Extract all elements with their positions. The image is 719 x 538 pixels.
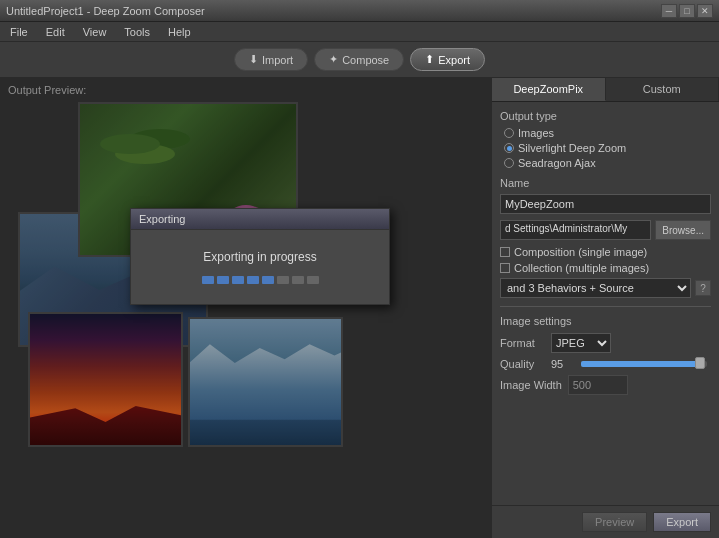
radio-circle-seadragon [504,158,514,168]
output-type-group: Images Silverlight Deep Zoom Seadragon A… [500,127,711,169]
behavior-dropdown-row: and 3 Behaviors + Source ? [500,278,711,298]
format-select[interactable]: JPEG [551,333,611,353]
export-dialog: Exporting Exporting in progress [130,208,390,305]
main-content: Output Preview: Exporting Exporting in p… [0,78,719,538]
collection-checkbox-row: Collection (multiple images) [500,262,711,274]
radio-seadragon[interactable]: Seadragon Ajax [504,157,711,169]
progress-dot-1 [202,276,214,284]
menu-file[interactable]: File [4,24,34,40]
format-label: Format [500,337,545,349]
radio-seadragon-label: Seadragon Ajax [518,157,596,169]
width-input[interactable] [568,375,628,395]
radio-silverlight-label: Silverlight Deep Zoom [518,142,626,154]
import-label: Import [262,54,293,66]
name-field-row [500,194,711,214]
import-button[interactable]: ⬇ Import [234,48,308,71]
progress-dot-7 [292,276,304,284]
path-input[interactable]: d Settings\Administrator\My [500,220,651,240]
close-button[interactable]: ✕ [697,4,713,18]
behavior-dropdown[interactable]: and 3 Behaviors + Source [500,278,691,298]
progress-bar-container [202,276,319,284]
right-panel: DeepZoomPix Custom Output type Images Si… [491,78,719,538]
menu-tools[interactable]: Tools [118,24,156,40]
quality-slider[interactable] [581,361,707,367]
minimize-button[interactable]: ─ [661,4,677,18]
title-bar: UntitledProject1 - Deep Zoom Composer ─ … [0,0,719,22]
settings-divider [500,306,711,307]
menu-bar: File Edit View Tools Help [0,22,719,42]
quality-fill [581,361,701,367]
export-button[interactable]: ⬆ Export [410,48,485,71]
import-icon: ⬇ [249,53,258,66]
radio-circle-images [504,128,514,138]
menu-view[interactable]: View [77,24,113,40]
name-section-label: Name [500,177,711,189]
image-settings-label: Image settings [500,315,711,327]
composition-checkbox-row: Composition (single image) [500,246,711,258]
toolbar: ⬇ Import ✦ Compose ⬆ Export [0,42,719,78]
quality-thumb[interactable] [695,357,705,369]
radio-images[interactable]: Images [504,127,711,139]
radio-circle-silverlight [504,143,514,153]
preview-button[interactable]: Preview [582,512,647,532]
name-input[interactable] [500,194,711,214]
export-progress-text: Exporting in progress [203,250,316,264]
progress-dot-4 [247,276,259,284]
width-label: Image Width [500,379,562,391]
preview-panel: Output Preview: Exporting Exporting in p… [0,78,491,538]
tab-deepzoompix[interactable]: DeepZoomPix [492,78,606,101]
path-row: d Settings\Administrator\My Browse... [500,220,711,240]
progress-dot-2 [217,276,229,284]
quality-row: Quality 95 [500,358,711,370]
composition-checkbox[interactable] [500,247,510,257]
maximize-button[interactable]: □ [679,4,695,18]
export-overlay: Exporting Exporting in progress [0,78,491,538]
quality-label: Quality [500,358,545,370]
radio-images-label: Images [518,127,554,139]
export-label: Export [438,54,470,66]
progress-dot-3 [232,276,244,284]
radio-silverlight[interactable]: Silverlight Deep Zoom [504,142,711,154]
tabs: DeepZoomPix Custom [492,78,719,102]
compose-label: Compose [342,54,389,66]
export-dialog-body: Exporting in progress [131,230,389,304]
menu-edit[interactable]: Edit [40,24,71,40]
compose-button[interactable]: ✦ Compose [314,48,404,71]
help-button[interactable]: ? [695,280,711,296]
quality-value: 95 [551,358,571,370]
compose-icon: ✦ [329,53,338,66]
menu-help[interactable]: Help [162,24,197,40]
progress-dot-6 [277,276,289,284]
export-dialog-titlebar: Exporting [131,209,389,230]
progress-dot-8 [307,276,319,284]
bottom-buttons: Preview Export [492,505,719,538]
collection-label: Collection (multiple images) [514,262,649,274]
right-content: Output type Images Silverlight Deep Zoom… [492,102,719,505]
title-bar-controls: ─ □ ✕ [661,4,713,18]
composition-label: Composition (single image) [514,246,647,258]
export-icon: ⬆ [425,53,434,66]
format-row: Format JPEG [500,333,711,353]
output-type-label: Output type [500,110,711,122]
progress-dot-5 [262,276,274,284]
width-row: Image Width [500,375,711,395]
export-action-button[interactable]: Export [653,512,711,532]
tab-custom[interactable]: Custom [606,78,720,101]
window-title: UntitledProject1 - Deep Zoom Composer [6,5,205,17]
browse-button[interactable]: Browse... [655,220,711,240]
collection-checkbox[interactable] [500,263,510,273]
